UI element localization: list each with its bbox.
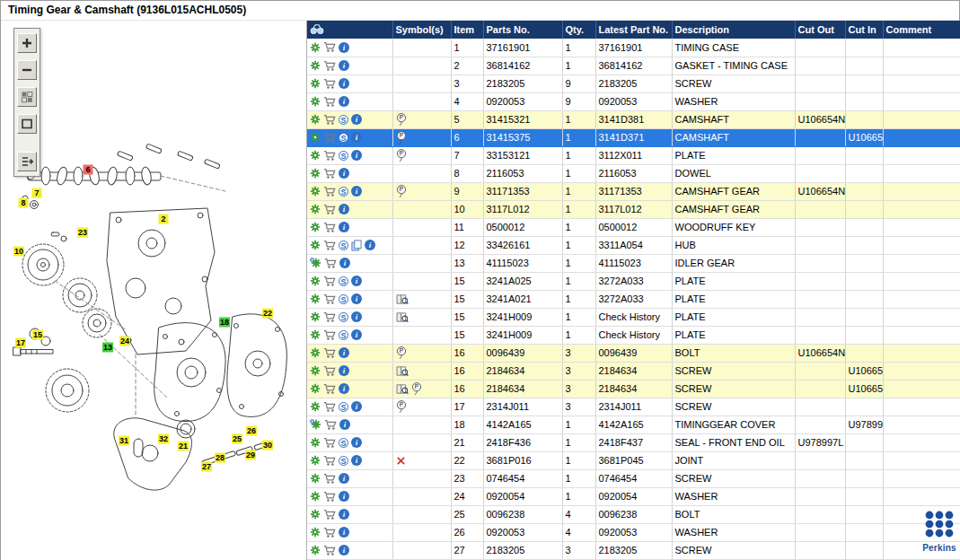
gear-icon[interactable] bbox=[310, 114, 321, 125]
info-icon[interactable]: i bbox=[351, 276, 362, 286]
gear-icon[interactable] bbox=[310, 383, 321, 394]
table-row[interactable]: SiP931171353131171353CAMSHAFT GEARU10665… bbox=[307, 182, 960, 200]
balloon-icon[interactable]: P bbox=[411, 382, 422, 396]
table-row[interactable]: i8211605312116053DOWEL bbox=[307, 164, 960, 182]
cart-icon[interactable] bbox=[323, 96, 336, 108]
info-icon[interactable]: i bbox=[365, 240, 375, 250]
balloon-icon[interactable]: P bbox=[396, 113, 407, 127]
table-row[interactable]: i26092005340920053WASHER bbox=[307, 523, 960, 541]
cart-icon[interactable] bbox=[323, 276, 336, 287]
cart-icon[interactable] bbox=[323, 132, 336, 144]
info-icon[interactable]: i bbox=[339, 204, 349, 214]
gear-add-icon[interactable] bbox=[310, 258, 321, 268]
cart-icon[interactable] bbox=[323, 311, 336, 323]
table-row[interactable]: SiP63141537513141D371CAMSHAFTU10665 bbox=[307, 128, 960, 146]
gear-icon[interactable] bbox=[310, 60, 321, 71]
table-row[interactable]: i4092005390920053WASHER bbox=[307, 92, 960, 110]
s-icon[interactable]: S bbox=[339, 133, 348, 143]
cart-icon[interactable] bbox=[323, 437, 336, 449]
gear-icon[interactable] bbox=[310, 222, 321, 232]
book-icon[interactable] bbox=[396, 311, 409, 323]
cart-icon[interactable] bbox=[323, 527, 336, 538]
info-icon[interactable]: i bbox=[339, 527, 349, 538]
s-icon[interactable]: S bbox=[339, 187, 348, 197]
cart-icon[interactable] bbox=[323, 204, 336, 215]
balloon-icon[interactable]: P bbox=[396, 400, 407, 414]
gear-icon[interactable] bbox=[310, 473, 321, 484]
callout-29[interactable]: 29 bbox=[245, 451, 256, 460]
cart-icon[interactable] bbox=[323, 383, 336, 395]
gear-icon[interactable] bbox=[310, 455, 321, 466]
gear-add-icon[interactable] bbox=[310, 419, 321, 430]
callout-18[interactable]: 18 bbox=[219, 318, 230, 328]
table-row[interactable]: Si212418F43612418F437SEAL - FRONT END OI… bbox=[307, 433, 960, 451]
cart-icon[interactable] bbox=[323, 329, 336, 341]
cart-icon[interactable] bbox=[323, 365, 336, 377]
gear-icon[interactable] bbox=[310, 276, 321, 286]
balloon-icon[interactable]: P bbox=[396, 131, 407, 144]
info-icon[interactable]: i bbox=[339, 60, 349, 71]
pages-icon[interactable] bbox=[351, 240, 362, 251]
table-row[interactable]: Si123342616113311A054HUB bbox=[307, 236, 960, 254]
cart-icon[interactable] bbox=[323, 401, 336, 413]
cart-icon[interactable] bbox=[323, 491, 336, 503]
callout-21[interactable]: 21 bbox=[178, 442, 189, 451]
s-icon[interactable]: S bbox=[339, 276, 348, 286]
cart-icon[interactable] bbox=[323, 60, 336, 72]
info-icon[interactable]: i bbox=[339, 222, 349, 232]
balloon-icon[interactable]: P bbox=[396, 185, 407, 198]
gear-icon[interactable] bbox=[310, 168, 321, 179]
gear-icon[interactable] bbox=[310, 401, 321, 412]
gear-icon[interactable] bbox=[310, 240, 321, 250]
gear-icon[interactable] bbox=[310, 96, 321, 107]
gear-icon[interactable] bbox=[310, 78, 321, 89]
table-row[interactable]: SiP172314J01132314J011SCREW bbox=[307, 398, 960, 416]
gear-icon[interactable] bbox=[310, 509, 321, 520]
balloon-icon[interactable]: P bbox=[396, 149, 407, 162]
gear-icon[interactable] bbox=[310, 329, 321, 340]
gear-icon[interactable] bbox=[310, 293, 321, 304]
info-icon[interactable]: i bbox=[339, 491, 349, 502]
cart-icon[interactable] bbox=[323, 222, 336, 233]
info-icon[interactable]: i bbox=[351, 132, 362, 143]
callout-31[interactable]: 31 bbox=[119, 436, 129, 446]
callout-30[interactable]: 30 bbox=[262, 441, 273, 451]
gear-icon[interactable] bbox=[310, 150, 321, 161]
cart-icon[interactable] bbox=[323, 473, 336, 485]
callout-24[interactable]: 24 bbox=[119, 337, 130, 346]
cart-icon[interactable] bbox=[323, 347, 336, 359]
gear-icon[interactable] bbox=[310, 437, 321, 448]
info-icon[interactable]: i bbox=[339, 419, 350, 430]
cart-icon[interactable] bbox=[323, 186, 336, 197]
book-icon[interactable] bbox=[396, 293, 409, 305]
gear-icon[interactable] bbox=[310, 347, 321, 358]
info-icon[interactable]: i bbox=[351, 455, 362, 466]
s-icon[interactable]: S bbox=[339, 456, 348, 466]
callout-27[interactable]: 27 bbox=[201, 462, 212, 472]
info-icon[interactable]: i bbox=[351, 329, 362, 340]
s-icon[interactable]: S bbox=[339, 312, 348, 322]
table-row[interactable]: SiP73315312113112X011PLATE bbox=[307, 146, 960, 164]
info-icon[interactable]: i bbox=[351, 293, 362, 304]
cart-icon[interactable] bbox=[323, 150, 336, 162]
table-row[interactable]: i184142A16514142A165TIMINGGEAR COVERU978… bbox=[307, 416, 960, 433]
cart-icon[interactable] bbox=[323, 240, 336, 251]
table-row[interactable]: Si153241A02513272A033PLATE bbox=[307, 272, 960, 290]
callout-13[interactable]: 13 bbox=[102, 343, 113, 353]
cart-icon[interactable] bbox=[323, 293, 336, 305]
table-row[interactable]: i24092005410920054WASHER bbox=[307, 487, 960, 505]
callout-28[interactable]: 28 bbox=[215, 453, 225, 463]
s-icon[interactable]: S bbox=[339, 330, 348, 340]
gear-icon[interactable] bbox=[310, 491, 321, 502]
callout-32[interactable]: 32 bbox=[158, 434, 169, 444]
cart-icon[interactable] bbox=[323, 168, 336, 179]
cart-icon[interactable] bbox=[324, 419, 337, 431]
gear-icon[interactable] bbox=[310, 186, 321, 197]
s-icon[interactable]: S bbox=[339, 151, 348, 161]
info-icon[interactable]: i bbox=[339, 96, 349, 107]
callout-6[interactable]: 6 bbox=[84, 165, 93, 175]
cart-icon[interactable] bbox=[323, 78, 336, 90]
s-icon[interactable]: S bbox=[339, 402, 348, 412]
info-icon[interactable]: i bbox=[339, 78, 349, 89]
cart-icon[interactable] bbox=[323, 41, 336, 53]
